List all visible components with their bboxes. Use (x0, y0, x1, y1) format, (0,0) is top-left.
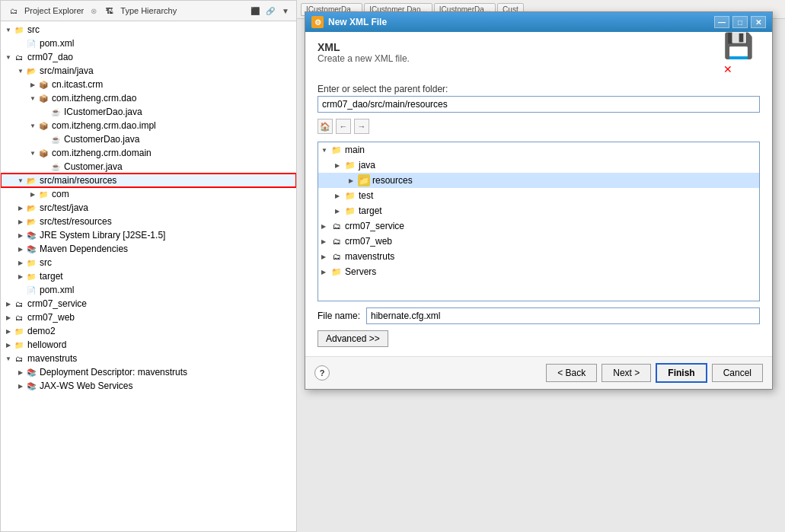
tree-item-label: target (40, 271, 63, 282)
tree-arrow (28, 81, 37, 88)
tree-arrow (4, 328, 13, 335)
tree-item-label: Deployment Descriptor: mavenstruts (40, 367, 187, 377)
back-button[interactable]: < Back (546, 364, 597, 382)
folder-label: Enter or select the parent folder: (318, 84, 760, 94)
dialog-maximize-btn[interactable]: □ (732, 16, 748, 28)
tree-arrow (16, 369, 25, 376)
project-explorer-panel: 🗂 Project Explorer ⊗ 🏗 Type Hierarchy ⬛ … (0, 0, 297, 532)
dialog-minimize-btn[interactable]: — (714, 16, 729, 28)
tree-item-label: com (52, 189, 69, 199)
tree-item[interactable]: 📁src (1, 23, 296, 37)
tree-item[interactable]: ☕Customer.java (1, 160, 296, 174)
link-editor-btn[interactable]: 🔗 (263, 4, 277, 18)
tree-item[interactable]: 📁com (1, 187, 296, 201)
tree-item-icon: 🗂 (13, 298, 25, 310)
tree-item-label: src/test/java (40, 202, 88, 213)
tree-item[interactable]: 📂src/test/resources (1, 215, 296, 228)
folder-tree-item[interactable]: ▶🗂crm07_web (318, 234, 759, 249)
next-button[interactable]: Next > (602, 364, 651, 382)
dialog-window-controls: — □ ✕ (714, 16, 766, 28)
filename-input[interactable] (366, 307, 760, 324)
folder-tree-item[interactable]: ▶📁java (318, 158, 759, 173)
tree-item[interactable]: 📚Maven Dependencies (1, 242, 296, 256)
folder-tree-item[interactable]: ▶🗂mavenstruts (318, 249, 759, 264)
view-menu-btn[interactable]: ▼ (279, 4, 292, 18)
filename-label: File name: (318, 311, 360, 321)
tree-item[interactable]: 📁src (1, 256, 296, 269)
tree-item[interactable]: 📚JAX-WS Web Services (1, 379, 296, 393)
folder-nav-bar: 🏠 ← → (318, 119, 760, 134)
tree-item[interactable]: ☕CustomerDao.java (1, 132, 296, 146)
tree-item-icon: 🗂 (13, 311, 25, 323)
nav-forward-btn[interactable]: → (354, 119, 369, 134)
type-hierarchy-tab[interactable]: 🏗 Type Hierarchy (101, 3, 180, 18)
tree-item[interactable]: 🗂crm07_dao (1, 50, 296, 64)
tree-item-icon: 📁 (13, 24, 25, 36)
tree-item-label: JAX-WS Web Services (40, 381, 132, 391)
folder-tree-item[interactable]: ▶📁Servers (318, 264, 759, 279)
tree-item-icon: 📂 (25, 202, 37, 214)
type-hierarchy-label: Type Hierarchy (120, 6, 177, 15)
tree-item-label: CustomerDao.java (64, 134, 139, 145)
nav-back-btn[interactable]: ← (336, 119, 351, 134)
tree-item[interactable]: ☕ICustomerDao.java (1, 105, 296, 119)
folder-tree-item[interactable]: ▶📁test (318, 188, 759, 203)
dialog-section-subtitle: Create a new XML file. (318, 53, 410, 64)
collapse-all-btn[interactable]: ⬛ (248, 4, 262, 18)
tree-item[interactable]: 📦com.itzheng.crm.dao (1, 91, 296, 105)
tree-item[interactable]: 📂src/main/java (1, 64, 296, 78)
tree-item[interactable]: 📚Deployment Descriptor: mavenstruts (1, 365, 296, 379)
tree-item[interactable]: 📚JRE System Library [J2SE-1.5] (1, 228, 296, 242)
tree-item[interactable]: 📄pom.xml (1, 283, 296, 297)
tree-item[interactable]: 📂src/main/resources (1, 174, 296, 187)
tree-item[interactable]: 📂src/test/java (1, 201, 296, 215)
tree-arrow (16, 177, 25, 184)
tree-item-label: cn.itcast.crm (52, 79, 103, 90)
folder-tree-item[interactable]: ▶📁target (318, 203, 759, 218)
tree-arrow (16, 260, 25, 266)
folder-tree-item[interactable]: ▶🗂crm07_service (318, 218, 759, 234)
tree-item[interactable]: 📦com.itzheng.crm.dao.impl (1, 119, 296, 132)
tree-item[interactable]: 📁demo2 (1, 324, 296, 338)
help-button[interactable]: ? (314, 365, 330, 381)
ftree-arrow: ▶ (335, 193, 344, 199)
folder-tree-container[interactable]: ▼📁main▶📁java▶📁resources▶📁test▶📁target▶🗂c… (318, 142, 760, 301)
tree-item[interactable]: 📁target (1, 269, 296, 283)
tree-item-label: src/main/java (40, 65, 94, 76)
tree-item-icon: 📁 (37, 188, 49, 200)
tree-item[interactable]: 🗂crm07_service (1, 297, 296, 311)
tree-item-icon: 📦 (37, 119, 49, 132)
tree-item-icon: 📚 (25, 380, 37, 392)
ftree-label: crm07_web (345, 236, 392, 247)
nav-home-btn[interactable]: 🏠 (318, 119, 333, 134)
tree-item-icon: 🗂 (13, 352, 25, 365)
tree-item-icon: 📚 (25, 366, 37, 378)
panel-header: 🗂 Project Explorer ⊗ 🏗 Type Hierarchy ⬛ … (1, 1, 296, 21)
tree-item[interactable]: 📁helloword (1, 338, 296, 352)
tree-item[interactable]: 🗂mavenstruts (1, 352, 296, 365)
dialog-titlebar: ⚙ New XML File — □ ✕ (305, 12, 772, 32)
ftree-arrow: ▶ (349, 177, 358, 184)
folder-input[interactable] (318, 96, 760, 113)
tree-arrow (4, 301, 13, 307)
folder-tree-item[interactable]: ▶📁resources (318, 173, 759, 188)
panel-actions: ⬛ 🔗 ▼ (248, 4, 292, 18)
workspace-panel: ICustomerDa... ICustomer Dao... ICustome… (297, 0, 785, 532)
tree-item-label: crm07_dao (27, 52, 73, 62)
dialog-section-title: XML (318, 41, 410, 53)
tree-item-label: ICustomerDao.java (64, 107, 142, 117)
dialog-close-btn[interactable]: ✕ (751, 16, 766, 28)
tree-item-icon: 📁 (13, 339, 25, 351)
project-explorer-tab[interactable]: 🗂 Project Explorer (5, 3, 87, 18)
advanced-button[interactable]: Advanced >> (318, 330, 388, 347)
tree-item-icon: 📦 (37, 78, 49, 91)
tree-item[interactable]: 📦cn.itcast.crm (1, 78, 296, 91)
finish-button[interactable]: Finish (656, 363, 707, 383)
tree-item[interactable]: 📦com.itzheng.crm.domain (1, 146, 296, 160)
tree-arrow (4, 342, 13, 349)
tree-item[interactable]: 🗂crm07_web (1, 311, 296, 324)
tree-item[interactable]: 📄pom.xml (1, 37, 296, 50)
tree-arrow (28, 95, 37, 102)
folder-tree-item[interactable]: ▼📁main (318, 142, 759, 158)
cancel-button[interactable]: Cancel (712, 364, 763, 382)
